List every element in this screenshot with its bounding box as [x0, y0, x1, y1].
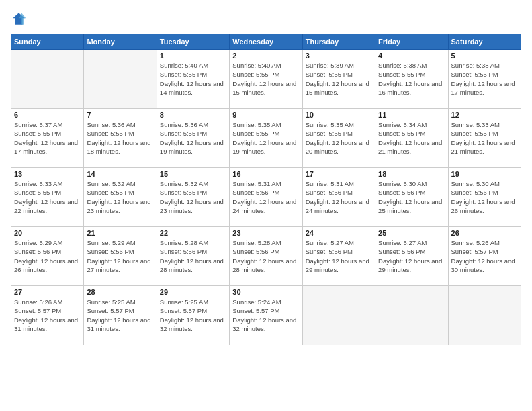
calendar-cell: 12Sunrise: 5:33 AM Sunset: 5:55 PM Dayli…	[448, 109, 521, 168]
calendar-cell: 29Sunrise: 5:25 AM Sunset: 5:57 PM Dayli…	[157, 286, 229, 345]
calendar-cell: 21Sunrise: 5:29 AM Sunset: 5:56 PM Dayli…	[84, 227, 157, 286]
calendar-header-thursday: Thursday	[302, 34, 375, 50]
day-number: 5	[451, 52, 518, 60]
day-info: Sunrise: 5:29 AM Sunset: 5:56 PM Dayligh…	[14, 238, 81, 274]
day-info: Sunrise: 5:40 AM Sunset: 5:55 PM Dayligh…	[160, 61, 226, 97]
day-info: Sunrise: 5:35 AM Sunset: 5:55 PM Dayligh…	[232, 120, 299, 156]
calendar-cell: 11Sunrise: 5:34 AM Sunset: 5:55 PM Dayli…	[375, 109, 448, 168]
day-number: 15	[160, 170, 226, 178]
calendar: SundayMondayTuesdayWednesdayThursdayFrid…	[11, 34, 521, 345]
day-number: 20	[14, 229, 81, 237]
day-number: 9	[232, 111, 299, 119]
day-info: Sunrise: 5:38 AM Sunset: 5:55 PM Dayligh…	[451, 61, 518, 97]
day-info: Sunrise: 5:31 AM Sunset: 5:56 PM Dayligh…	[232, 179, 299, 215]
day-info: Sunrise: 5:24 AM Sunset: 5:57 PM Dayligh…	[232, 298, 299, 333]
logo	[11, 11, 30, 27]
day-info: Sunrise: 5:31 AM Sunset: 5:56 PM Dayligh…	[306, 179, 372, 215]
calendar-cell: 15Sunrise: 5:32 AM Sunset: 5:55 PM Dayli…	[157, 168, 229, 227]
day-info: Sunrise: 5:34 AM Sunset: 5:55 PM Dayligh…	[378, 120, 445, 156]
day-number: 30	[232, 288, 299, 296]
day-number: 24	[306, 229, 372, 237]
calendar-cell	[375, 286, 448, 345]
calendar-cell: 5Sunrise: 5:38 AM Sunset: 5:55 PM Daylig…	[448, 50, 521, 109]
calendar-cell: 20Sunrise: 5:29 AM Sunset: 5:56 PM Dayli…	[11, 227, 84, 286]
calendar-cell: 6Sunrise: 5:37 AM Sunset: 5:55 PM Daylig…	[11, 109, 84, 168]
day-info: Sunrise: 5:38 AM Sunset: 5:55 PM Dayligh…	[378, 61, 445, 97]
calendar-cell: 19Sunrise: 5:30 AM Sunset: 5:56 PM Dayli…	[448, 168, 521, 227]
day-info: Sunrise: 5:33 AM Sunset: 5:55 PM Dayligh…	[14, 179, 81, 215]
calendar-cell: 14Sunrise: 5:32 AM Sunset: 5:55 PM Dayli…	[84, 168, 157, 227]
calendar-cell: 22Sunrise: 5:28 AM Sunset: 5:56 PM Dayli…	[157, 227, 229, 286]
calendar-cell: 2Sunrise: 5:40 AM Sunset: 5:55 PM Daylig…	[230, 50, 302, 109]
day-number: 6	[14, 111, 81, 119]
logo-icon	[11, 11, 27, 27]
calendar-header-tuesday: Tuesday	[157, 34, 229, 50]
calendar-cell: 28Sunrise: 5:25 AM Sunset: 5:57 PM Dayli…	[84, 286, 157, 345]
day-info: Sunrise: 5:30 AM Sunset: 5:56 PM Dayligh…	[378, 179, 445, 215]
calendar-week-3: 13Sunrise: 5:33 AM Sunset: 5:55 PM Dayli…	[11, 168, 521, 227]
day-number: 4	[378, 52, 445, 60]
calendar-header-sunday: Sunday	[11, 34, 84, 50]
calendar-week-4: 20Sunrise: 5:29 AM Sunset: 5:56 PM Dayli…	[11, 227, 521, 286]
calendar-cell: 30Sunrise: 5:24 AM Sunset: 5:57 PM Dayli…	[230, 286, 302, 345]
day-number: 27	[14, 288, 81, 296]
calendar-header-wednesday: Wednesday	[230, 34, 302, 50]
calendar-week-5: 27Sunrise: 5:26 AM Sunset: 5:57 PM Dayli…	[11, 286, 521, 345]
calendar-cell: 18Sunrise: 5:30 AM Sunset: 5:56 PM Dayli…	[375, 168, 448, 227]
day-number: 3	[306, 52, 372, 60]
day-number: 29	[160, 288, 226, 296]
day-number: 8	[160, 111, 226, 119]
day-number: 17	[306, 170, 372, 178]
calendar-cell	[448, 286, 521, 345]
calendar-cell: 1Sunrise: 5:40 AM Sunset: 5:55 PM Daylig…	[157, 50, 229, 109]
calendar-header-row: SundayMondayTuesdayWednesdayThursdayFrid…	[11, 34, 521, 50]
calendar-header-monday: Monday	[84, 34, 157, 50]
calendar-cell: 10Sunrise: 5:35 AM Sunset: 5:55 PM Dayli…	[302, 109, 375, 168]
day-number: 25	[378, 229, 445, 237]
day-info: Sunrise: 5:25 AM Sunset: 5:57 PM Dayligh…	[160, 298, 226, 333]
calendar-cell: 17Sunrise: 5:31 AM Sunset: 5:56 PM Dayli…	[302, 168, 375, 227]
day-info: Sunrise: 5:28 AM Sunset: 5:56 PM Dayligh…	[160, 238, 226, 274]
day-number: 14	[87, 170, 153, 178]
calendar-cell: 25Sunrise: 5:27 AM Sunset: 5:56 PM Dayli…	[375, 227, 448, 286]
calendar-cell: 3Sunrise: 5:39 AM Sunset: 5:55 PM Daylig…	[302, 50, 375, 109]
day-info: Sunrise: 5:36 AM Sunset: 5:55 PM Dayligh…	[160, 120, 226, 156]
calendar-header-saturday: Saturday	[448, 34, 521, 50]
day-info: Sunrise: 5:27 AM Sunset: 5:56 PM Dayligh…	[306, 238, 372, 274]
day-info: Sunrise: 5:29 AM Sunset: 5:56 PM Dayligh…	[87, 238, 153, 274]
day-info: Sunrise: 5:35 AM Sunset: 5:55 PM Dayligh…	[306, 120, 372, 156]
day-info: Sunrise: 5:25 AM Sunset: 5:57 PM Dayligh…	[87, 298, 153, 333]
calendar-cell: 7Sunrise: 5:36 AM Sunset: 5:55 PM Daylig…	[84, 109, 157, 168]
day-info: Sunrise: 5:26 AM Sunset: 5:57 PM Dayligh…	[14, 298, 81, 333]
day-info: Sunrise: 5:33 AM Sunset: 5:55 PM Dayligh…	[451, 120, 518, 156]
day-info: Sunrise: 5:40 AM Sunset: 5:55 PM Dayligh…	[232, 61, 299, 97]
calendar-cell: 24Sunrise: 5:27 AM Sunset: 5:56 PM Dayli…	[302, 227, 375, 286]
calendar-cell: 27Sunrise: 5:26 AM Sunset: 5:57 PM Dayli…	[11, 286, 84, 345]
day-number: 26	[451, 229, 518, 237]
day-info: Sunrise: 5:32 AM Sunset: 5:55 PM Dayligh…	[87, 179, 153, 215]
day-info: Sunrise: 5:39 AM Sunset: 5:55 PM Dayligh…	[306, 61, 372, 97]
header	[11, 11, 521, 27]
day-number: 7	[87, 111, 153, 119]
day-number: 21	[87, 229, 153, 237]
calendar-cell: 4Sunrise: 5:38 AM Sunset: 5:55 PM Daylig…	[375, 50, 448, 109]
day-number: 13	[14, 170, 81, 178]
day-info: Sunrise: 5:36 AM Sunset: 5:55 PM Dayligh…	[87, 120, 153, 156]
page: SundayMondayTuesdayWednesdayThursdayFrid…	[0, 0, 532, 411]
calendar-cell: 9Sunrise: 5:35 AM Sunset: 5:55 PM Daylig…	[230, 109, 302, 168]
day-info: Sunrise: 5:37 AM Sunset: 5:55 PM Dayligh…	[14, 120, 81, 156]
day-info: Sunrise: 5:26 AM Sunset: 5:57 PM Dayligh…	[451, 238, 518, 274]
calendar-cell: 16Sunrise: 5:31 AM Sunset: 5:56 PM Dayli…	[230, 168, 302, 227]
calendar-cell: 26Sunrise: 5:26 AM Sunset: 5:57 PM Dayli…	[448, 227, 521, 286]
calendar-cell	[84, 50, 157, 109]
day-number: 11	[378, 111, 445, 119]
calendar-week-1: 1Sunrise: 5:40 AM Sunset: 5:55 PM Daylig…	[11, 50, 521, 109]
day-info: Sunrise: 5:28 AM Sunset: 5:56 PM Dayligh…	[232, 238, 299, 274]
calendar-cell: 13Sunrise: 5:33 AM Sunset: 5:55 PM Dayli…	[11, 168, 84, 227]
day-number: 28	[87, 288, 153, 296]
calendar-cell	[302, 286, 375, 345]
day-number: 12	[451, 111, 518, 119]
day-number: 18	[378, 170, 445, 178]
day-number: 19	[451, 170, 518, 178]
calendar-header-friday: Friday	[375, 34, 448, 50]
